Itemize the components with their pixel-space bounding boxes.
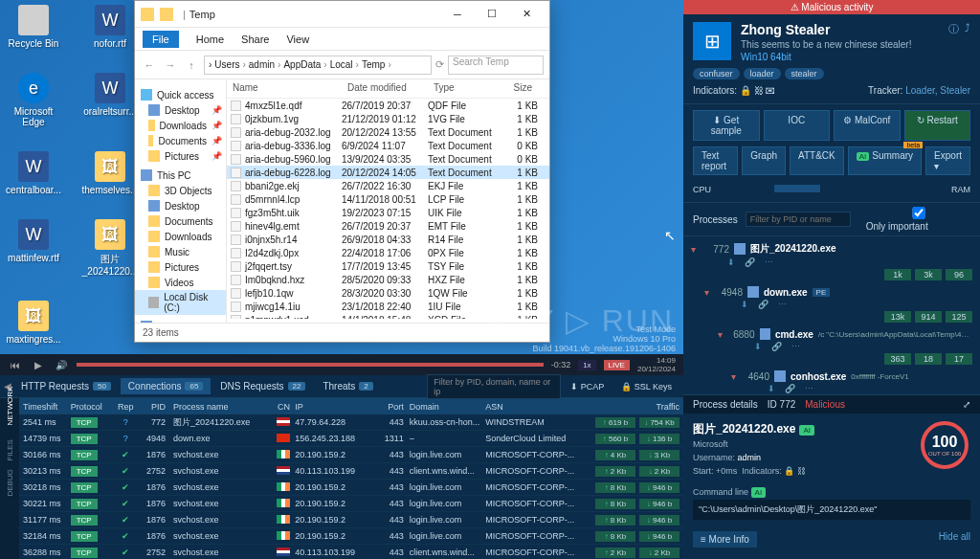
pcap-button[interactable]: ⬇ PCAP: [563, 379, 612, 394]
breadcrumb[interactable]: ›Users›admin›AppData›Local›Temp›: [204, 56, 432, 75]
side-tab-debug[interactable]: DEBUG: [0, 478, 28, 497]
info-icon[interactable]: ⓘ: [948, 22, 959, 62]
ssl-keys-button[interactable]: 🔒 SSL Keys: [613, 379, 679, 394]
nav-item[interactable]: Pictures: [135, 259, 226, 275]
nav-quick-access[interactable]: Quick access: [135, 87, 226, 102]
more-info-button[interactable]: ≡ More Info: [693, 531, 757, 548]
indicator-icon[interactable]: ✉: [766, 85, 775, 96]
titlebar[interactable]: | Temp ─ ☐ ✕: [135, 1, 549, 28]
nav-pictures[interactable]: Pictures📌: [135, 148, 226, 164]
col-date[interactable]: Date modified: [342, 79, 428, 98]
desktop-icon[interactable]: 🖼themselves...: [81, 151, 139, 195]
nav-documents[interactable]: Documents📌: [135, 133, 226, 148]
process-row[interactable]: ▾4948down.exe PE ⬇🔗⋯13k914125: [697, 284, 980, 326]
hide-all-link[interactable]: Hide all: [939, 531, 970, 542]
side-tab-network[interactable]: NETWORK: [0, 407, 28, 426]
indicator-icon[interactable]: ⛓: [754, 85, 764, 96]
tab-http[interactable]: HTTP Requests50: [13, 378, 119, 394]
refresh-button[interactable]: ⟳: [435, 58, 444, 71]
connection-row[interactable]: 32184 msTCP✔1876svchost.exe20.190.159.24…: [19, 528, 683, 545]
file-row[interactable]: Im0bqknd.hxz28/5/2020 09:33HXZ File1 KB: [227, 273, 549, 286]
connection-row[interactable]: 30221 msTCP✔1876svchost.exe20.190.159.24…: [19, 496, 683, 512]
cmdline-value[interactable]: "C:\Users\admin\Desktop\图片_20241220.exe": [693, 500, 970, 520]
file-row[interactable]: aria-debug-3336.log6/9/2024 11:07Text Do…: [227, 139, 549, 152]
get-sample-button[interactable]: ⬇ Get sample: [693, 110, 760, 141]
connection-row[interactable]: 2541 msTCP?772图片_20241220.exe47.79.64.22…: [19, 414, 683, 431]
share-icon[interactable]: ⤴: [965, 22, 970, 62]
nav-item[interactable]: Videos: [135, 275, 226, 290]
restart-button[interactable]: ↻ Restart: [904, 110, 971, 141]
col-asn[interactable]: ASN: [485, 402, 578, 412]
file-row[interactable]: aria-debug-5960.log13/9/2024 03:35Text D…: [227, 152, 549, 166]
tab-threats[interactable]: Threats2: [315, 378, 380, 394]
connection-row[interactable]: 30213 msTCP✔2752svchost.exe40.113.103.19…: [19, 463, 683, 480]
connection-row[interactable]: 31177 msTCP✔1876svchost.exe20.190.159.24…: [19, 512, 683, 528]
file-row[interactable]: 4mxz5l1e.qdf26/7/2019 20:37QDF File1 KB: [227, 99, 549, 112]
connection-row[interactable]: 30166 msTCP✔1876svchost.exe20.190.159.24…: [19, 447, 683, 463]
file-row[interactable]: hinev4lg.emt26/7/2019 20:37EMT File1 KB: [227, 219, 549, 233]
graph-button[interactable]: Graph: [742, 146, 786, 175]
text-report-button[interactable]: Text report: [693, 146, 738, 175]
nav-network[interactable]: Network: [135, 319, 226, 323]
tag[interactable]: loader: [744, 68, 781, 79]
file-row[interactable]: fgz3m5ht.uik19/2/2023 07:15UIK File1 KB: [227, 206, 549, 219]
process-filter-input[interactable]: [746, 212, 851, 227]
col-ip[interactable]: IP: [295, 402, 376, 412]
col-traffic[interactable]: Traffic: [579, 402, 683, 412]
col-port[interactable]: Port: [377, 402, 410, 412]
file-row[interactable]: j2fqqert.tsy17/7/2019 13:45TSY File1 KB: [227, 259, 549, 273]
connection-row[interactable]: 30218 msTCP✔1876svchost.exe20.190.159.24…: [19, 480, 683, 496]
tab-home[interactable]: Home: [196, 34, 224, 45]
tracker-link[interactable]: Loader, Stealer: [905, 85, 970, 96]
attack-button[interactable]: ATT&CK: [790, 146, 844, 175]
tab-share[interactable]: Share: [241, 34, 269, 45]
file-row[interactable]: aria-debug-2032.log20/12/2024 13:55Text …: [227, 125, 549, 139]
process-row[interactable]: ▾4640conhost.exe 0xffffffff -ForceV1⬇🔗⋯1…: [724, 369, 980, 394]
nav-downloads[interactable]: Downloads📌: [135, 118, 226, 133]
desktop-icon[interactable]: Wnofor.rtf: [81, 5, 139, 49]
file-row[interactable]: i0njnx5h.r1426/9/2018 04:33R14 File1 KB: [227, 233, 549, 246]
col-pid[interactable]: PID: [139, 402, 169, 412]
minimize-button[interactable]: ─: [440, 2, 475, 27]
col-cn[interactable]: CN: [272, 402, 295, 412]
file-row[interactable]: 0jzkbum.1vg21/12/2019 01:121VG File1 KB: [227, 112, 549, 125]
col-rep[interactable]: Rep: [112, 402, 139, 412]
network-filter-input[interactable]: Filter by PID, domain, name or ip: [427, 374, 561, 399]
col-protocol[interactable]: Protocol: [71, 402, 113, 412]
col-process[interactable]: Process name: [169, 402, 272, 412]
desktop-icon[interactable]: Recycle Bin: [5, 5, 62, 49]
search-input[interactable]: Search Temp: [448, 56, 544, 75]
summary-button[interactable]: AISummarybeta: [848, 146, 922, 175]
nav-item[interactable]: Music: [135, 244, 226, 259]
nav-item[interactable]: Desktop: [135, 198, 226, 213]
expand-icon[interactable]: ⤢: [963, 399, 970, 410]
nav-item[interactable]: 3D Objects: [135, 183, 226, 198]
close-button[interactable]: ✕: [509, 2, 544, 27]
tag[interactable]: confuser: [693, 68, 740, 79]
desktop-icon[interactable]: Wcentralboar...: [5, 151, 62, 195]
ioc-button[interactable]: IOC: [764, 110, 831, 141]
file-row[interactable]: d5mrnnl4.lcp14/11/2018 00:51LCP File1 KB: [227, 192, 549, 206]
col-type[interactable]: Type: [428, 79, 500, 98]
back-button[interactable]: ←: [141, 59, 158, 71]
forward-button[interactable]: →: [162, 59, 179, 71]
desktop-icon[interactable]: 🖼图片_20241220...: [81, 219, 139, 277]
rewind-button[interactable]: ⏮: [8, 357, 23, 372]
desktop-icon[interactable]: Woralreltsurr...: [81, 73, 139, 127]
indicator-icon[interactable]: 🔒: [740, 85, 751, 96]
malconf-button[interactable]: ⚙ MalConf: [834, 110, 901, 141]
up-button[interactable]: ↑: [183, 59, 200, 71]
desktop-icon[interactable]: eMicrosoft Edge: [5, 73, 62, 127]
only-important-checkbox[interactable]: Only important: [866, 207, 971, 232]
tab-file[interactable]: File: [143, 31, 179, 48]
timeline-slider[interactable]: [77, 363, 544, 367]
file-row[interactable]: lefjb10.1qw28/3/2020 03:301QW File1 KB: [227, 286, 549, 300]
col-domain[interactable]: Domain: [410, 402, 486, 412]
file-row[interactable]: aria-debug-6228.log20/12/2024 14:05Text …: [227, 166, 549, 179]
connection-row[interactable]: 14739 msTCP?4948down.exe156.245.23.18813…: [19, 431, 683, 447]
nav-local-disk[interactable]: Local Disk (C:): [135, 290, 226, 315]
tab-connections[interactable]: Connections65: [121, 378, 212, 394]
maximize-button[interactable]: ☐: [475, 2, 509, 27]
col-name[interactable]: Name: [227, 79, 342, 98]
process-row[interactable]: ▾772图片_20241220.exe ⬇🔗⋯1k3k96: [683, 240, 980, 284]
